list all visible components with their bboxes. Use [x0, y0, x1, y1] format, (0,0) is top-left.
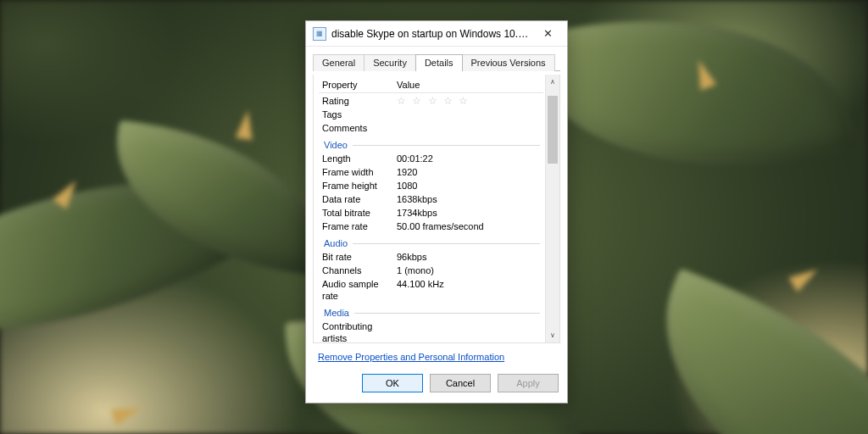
property-key: Comments	[319, 122, 397, 134]
section-header: Media	[319, 303, 543, 320]
scroll-up-icon[interactable]: ∧	[548, 76, 559, 87]
section-rule	[353, 145, 540, 146]
section-rule	[353, 243, 540, 244]
cancel-button[interactable]: Cancel	[430, 374, 491, 392]
property-key: Bit rate	[319, 251, 397, 263]
file-icon: ▦	[313, 27, 326, 41]
property-key: Rating	[319, 95, 397, 107]
property-key: Audio sample rate	[319, 278, 397, 302]
scroll-down-icon[interactable]: ∨	[548, 330, 559, 341]
property-value[interactable]: 1734kbps	[397, 207, 543, 219]
property-value[interactable]	[397, 320, 543, 342]
property-row[interactable]: Rating☆ ☆ ☆ ☆ ☆	[319, 94, 543, 108]
property-row[interactable]: Audio sample rate44.100 kHz	[319, 277, 543, 303]
section-rule	[354, 313, 540, 314]
property-key: Frame rate	[319, 220, 397, 232]
section-header: Video	[319, 135, 543, 152]
section-title: Media	[324, 308, 349, 318]
properties-dialog: ▦ disable Skype on startup on Windows 10…	[305, 20, 568, 403]
tab-general[interactable]: General	[313, 54, 364, 71]
button-row: OK Cancel Apply	[306, 367, 567, 403]
scroll-track[interactable]	[546, 87, 559, 330]
property-value[interactable]: 1080	[397, 180, 543, 192]
tab-security[interactable]: Security	[364, 54, 416, 71]
titlebar[interactable]: ▦ disable Skype on startup on Windows 10…	[306, 21, 567, 47]
property-value[interactable]: 1638kbps	[397, 193, 543, 205]
property-key: Contributing artists	[319, 320, 397, 342]
section-header: Audio	[319, 233, 543, 250]
details-pane: Property Value Rating☆ ☆ ☆ ☆ ☆TagsCommen…	[313, 75, 560, 343]
property-key: Frame height	[319, 180, 397, 192]
remove-properties-link[interactable]: Remove Properties and Personal Informati…	[318, 352, 557, 362]
property-value[interactable]: 1920	[397, 166, 543, 178]
property-row[interactable]: Channels1 (mono)	[319, 264, 543, 277]
details-header: Property Value	[319, 78, 543, 92]
rating-stars[interactable]: ☆ ☆ ☆ ☆ ☆	[397, 95, 470, 107]
property-value[interactable]	[397, 122, 543, 134]
property-value[interactable]: 1 (mono)	[397, 264, 543, 276]
apply-button[interactable]: Apply	[498, 374, 559, 392]
tab-previous-versions[interactable]: Previous Versions	[462, 54, 555, 71]
property-key: Length	[319, 153, 397, 164]
scrollbar[interactable]: ∧ ∨	[545, 75, 559, 342]
property-row[interactable]: Frame width1920	[319, 165, 543, 179]
property-value[interactable]: 44.100 kHz	[397, 278, 543, 302]
property-row[interactable]: Bit rate96kbps	[319, 250, 543, 264]
property-row[interactable]: Length00:01:22	[319, 152, 543, 165]
property-value[interactable]: 00:01:22	[397, 153, 543, 164]
tab-row: General Security Details Previous Versio…	[306, 47, 567, 70]
section-title: Audio	[324, 238, 348, 248]
close-button[interactable]: ✕	[530, 22, 565, 46]
property-key: Frame width	[319, 166, 397, 178]
property-key: Channels	[319, 264, 397, 276]
window-title: disable Skype on startup on Windows 10.m…	[331, 28, 530, 40]
details-body: Property Value Rating☆ ☆ ☆ ☆ ☆TagsCommen…	[314, 75, 545, 342]
column-value: Value	[397, 79, 543, 91]
property-value[interactable]: 50.00 frames/second	[397, 220, 543, 232]
property-row[interactable]: Data rate1638kbps	[319, 192, 543, 206]
property-row[interactable]: Contributing artists	[319, 320, 543, 342]
property-key: Tags	[319, 108, 397, 120]
property-value[interactable]: ☆ ☆ ☆ ☆ ☆	[397, 95, 543, 107]
property-key: Total bitrate	[319, 207, 397, 219]
column-property: Property	[319, 79, 397, 91]
ok-button[interactable]: OK	[362, 374, 423, 392]
property-value[interactable]	[397, 108, 543, 120]
property-row[interactable]: Frame rate50.00 frames/second	[319, 220, 543, 233]
property-value[interactable]: 96kbps	[397, 251, 543, 263]
tab-details[interactable]: Details	[415, 54, 463, 71]
property-row[interactable]: Total bitrate1734kbps	[319, 206, 543, 220]
section-title: Video	[324, 140, 348, 150]
property-key: Data rate	[319, 193, 397, 205]
property-row[interactable]: Frame height1080	[319, 179, 543, 192]
property-row[interactable]: Comments	[319, 121, 543, 135]
scroll-thumb[interactable]	[548, 96, 558, 164]
divider	[319, 92, 543, 93]
property-row[interactable]: Tags	[319, 108, 543, 121]
